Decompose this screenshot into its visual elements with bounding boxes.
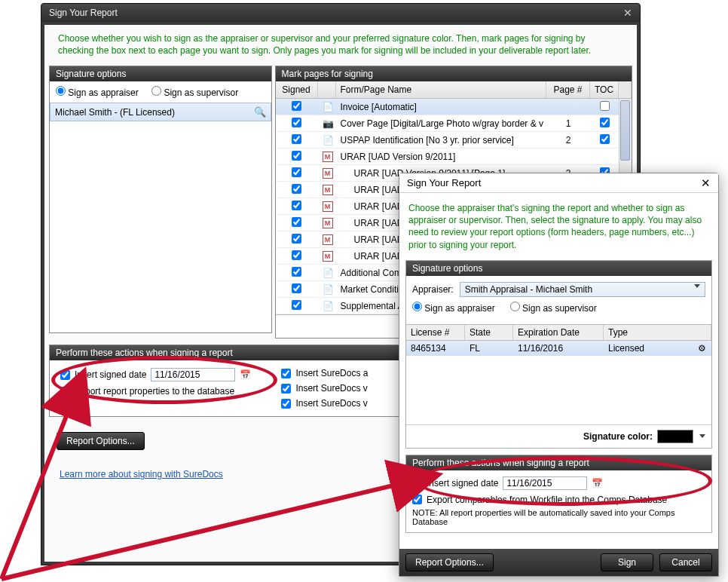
signed-checkbox[interactable]: [292, 118, 301, 127]
page-name: Cover Page [Digital/Large Photo w/gray b…: [336, 117, 546, 130]
titlebar[interactable]: Sign Your Report ✕: [399, 173, 718, 193]
page-type-icon: M: [318, 249, 336, 263]
appraiser-name: Michael Smith - (FL Licensed): [55, 107, 175, 118]
date-input[interactable]: [151, 368, 235, 381]
export-comparables-checkbox[interactable]: [412, 495, 422, 504]
signed-checkbox[interactable]: [292, 184, 301, 194]
page-name: USPAP Identification [No 3 yr. prior ser…: [336, 133, 546, 147]
col-signed[interactable]: Signed: [276, 81, 318, 98]
note-text: NOTE: All report properties will be auto…: [412, 508, 705, 526]
signed-checkbox[interactable]: [292, 201, 301, 210]
sign-as-supervisor-radio[interactable]: Sign as supervisor: [151, 87, 238, 98]
sign-report-dialog-2: Sign Your Report ✕ Choose the appraiser …: [399, 173, 719, 577]
insert-date-checkbox[interactable]: [60, 370, 70, 380]
signed-checkbox[interactable]: [292, 217, 301, 227]
col-form-name[interactable]: Form/Page Name: [336, 81, 546, 98]
page-row[interactable]: 📄USPAP Identification [No 3 yr. prior se…: [276, 132, 632, 149]
signed-checkbox[interactable]: [292, 234, 301, 244]
signed-checkbox[interactable]: [292, 250, 301, 260]
appraiser-row[interactable]: Michael Smith - (FL Licensed) 🔍: [50, 103, 271, 121]
report-options-button[interactable]: Report Options...: [405, 553, 494, 571]
col-page[interactable]: Page #: [546, 81, 590, 98]
page-name: URAR [UAD Version 9/2011]: [336, 150, 546, 164]
close-icon[interactable]: ✕: [623, 7, 632, 19]
signature-options-header: Signature options: [50, 66, 271, 81]
license-header: License # State Expiration Date Type: [406, 324, 711, 341]
gear-icon[interactable]: ⚙: [698, 343, 708, 354]
report-options-button[interactable]: Report Options...: [57, 432, 145, 450]
suredocs-checkbox-1[interactable]: [281, 369, 291, 378]
cancel-button[interactable]: Cancel: [659, 553, 712, 571]
page-type-icon: M: [318, 216, 336, 230]
search-icon[interactable]: 🔍: [254, 106, 266, 118]
date-input[interactable]: [503, 476, 587, 490]
toc-checkbox[interactable]: [600, 118, 610, 127]
sign-as-appraiser-radio[interactable]: Sign as appraiser: [412, 302, 495, 314]
page-type-icon: 📷: [318, 117, 336, 130]
actions-header: Perform these actions when signing a rep…: [406, 455, 711, 470]
export-checkbox[interactable]: [60, 387, 70, 397]
page-number: 2: [546, 133, 590, 147]
page-type-icon: M: [318, 199, 336, 213]
signed-checkbox[interactable]: [292, 283, 301, 293]
insert-date-checkbox[interactable]: [412, 478, 422, 488]
mark-pages-header: Mark pages for signing: [276, 66, 632, 81]
page-type-icon: 📄: [318, 100, 336, 114]
signed-checkbox[interactable]: [292, 167, 301, 177]
toc-checkbox[interactable]: [600, 101, 610, 111]
close-icon[interactable]: ✕: [701, 176, 711, 190]
learn-more-link[interactable]: Learn more about signing with SureDocs: [60, 469, 223, 479]
col-toc[interactable]: TOC: [590, 81, 619, 98]
license-row[interactable]: 8465134 FL 11/16/2016 Licensed ⚙: [406, 341, 711, 356]
toc-checkbox[interactable]: [600, 134, 610, 144]
page-type-icon: 📄: [318, 283, 336, 296]
page-number: [546, 155, 590, 158]
page-row[interactable]: 📷Cover Page [Digital/Large Photo w/gray …: [276, 115, 632, 132]
page-row[interactable]: 📄Invoice [Automatic]: [276, 99, 632, 115]
page-number: [546, 106, 590, 109]
page-type-icon: M: [318, 166, 336, 180]
signed-checkbox[interactable]: [292, 267, 301, 277]
suredocs-checkbox-2[interactable]: [281, 384, 291, 394]
appraiser-select[interactable]: Smith Appraisal - Michael Smith: [460, 282, 705, 297]
signed-checkbox[interactable]: [292, 300, 301, 310]
page-name: Invoice [Automatic]: [336, 100, 546, 114]
signature-options-header: Signature options: [406, 261, 711, 276]
signed-checkbox[interactable]: [292, 101, 301, 111]
page-number: 1: [546, 117, 590, 130]
appraiser-label: Appraiser:: [412, 284, 454, 295]
page-type-icon: M: [318, 182, 336, 197]
signed-checkbox[interactable]: [292, 151, 301, 161]
page-type-icon: 📄: [318, 299, 336, 313]
page-row[interactable]: MURAR [UAD Version 9/2011]: [276, 149, 632, 165]
signature-color-label: Signature color:: [583, 431, 653, 442]
window-title: Sign Your Report: [407, 177, 481, 188]
window-title: Sign Your Report: [49, 8, 118, 18]
page-type-icon: M: [318, 232, 336, 247]
page-type-icon: 📄: [318, 266, 336, 280]
signature-color-swatch[interactable]: [657, 430, 693, 443]
sign-as-supervisor-radio[interactable]: Sign as supervisor: [510, 302, 597, 314]
titlebar[interactable]: Sign Your Report ✕: [41, 4, 640, 22]
page-type-icon: 📄: [318, 133, 336, 147]
sign-as-appraiser-radio[interactable]: Sign as appraiser: [56, 87, 139, 98]
page-type-icon: M: [318, 149, 336, 164]
instructions: Choose the appraiser that's signing the …: [405, 198, 712, 260]
pages-header-row: Signed Form/Page Name Page # TOC: [276, 81, 632, 99]
instructions: Choose whether you wish to sign as the a…: [44, 25, 637, 63]
signed-checkbox[interactable]: [292, 134, 301, 144]
chevron-down-icon: [694, 284, 700, 288]
suredocs-checkbox-3[interactable]: [281, 399, 291, 409]
sign-button[interactable]: Sign: [601, 553, 653, 571]
chevron-down-icon[interactable]: [699, 434, 705, 438]
